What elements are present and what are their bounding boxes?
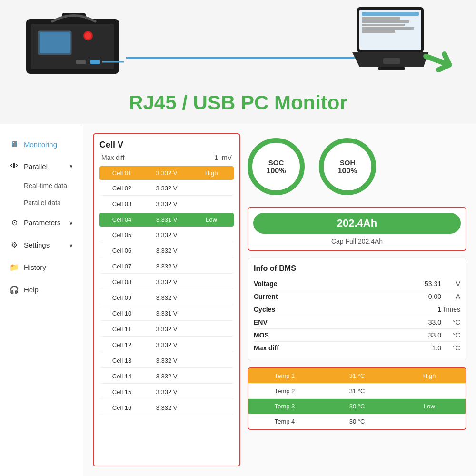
sidebar-label-settings: Settings bbox=[24, 241, 50, 249]
bms-row-unit: °C bbox=[441, 344, 460, 352]
bms-row-unit: °C bbox=[441, 331, 460, 339]
cell-status bbox=[189, 401, 234, 415]
cell-voltage: 3.332 V bbox=[144, 259, 189, 273]
svg-rect-4 bbox=[40, 32, 70, 53]
cell-row: Cell 133.332 V bbox=[99, 354, 234, 368]
cell-name: Cell 09 bbox=[99, 291, 144, 305]
sidebar-item-monitoring[interactable]: 🖥 Monitoring bbox=[0, 133, 83, 155]
svg-rect-18 bbox=[378, 67, 405, 70]
sidebar-item-paralleldata[interactable]: Parallel data bbox=[10, 194, 83, 211]
sidebar: 🖥 Monitoring 👁 Parallel ∧ Real-time data… bbox=[0, 124, 83, 476]
bms-row-label: Cycles bbox=[254, 306, 417, 313]
cell-status bbox=[189, 354, 234, 367]
capacity-bar: 202.4Ah bbox=[253, 213, 461, 234]
cell-maxdiff-row: Max diff 1 mV bbox=[99, 154, 234, 161]
sidebar-item-help[interactable]: 🎧 Help bbox=[0, 278, 83, 301]
bms-row: ENV33.0°C bbox=[254, 316, 460, 329]
bms-row-value: 33.0 bbox=[417, 331, 441, 339]
bms-row-label: ENV bbox=[254, 318, 417, 326]
cell-voltage: 3.332 V bbox=[144, 291, 189, 305]
bms-row-value: 53.31 bbox=[417, 280, 441, 288]
bms-row-value: 0.00 bbox=[417, 293, 441, 300]
chevron-down-settings-icon: ∨ bbox=[69, 242, 73, 248]
sidebar-item-parameters[interactable]: ⊙ Parameters ∨ bbox=[0, 211, 83, 234]
bms-row-value: 33.0 bbox=[417, 318, 441, 326]
cell-name: Cell 07 bbox=[99, 259, 144, 273]
cell-row: Cell 153.332 V bbox=[99, 385, 234, 399]
cell-name: Cell 14 bbox=[99, 369, 144, 383]
cell-name: Cell 03 bbox=[99, 197, 144, 211]
temp-row: Temp 231 °C bbox=[248, 384, 466, 399]
svg-rect-12 bbox=[362, 12, 419, 16]
svg-rect-19 bbox=[383, 58, 400, 64]
temp-status bbox=[393, 414, 466, 429]
cell-voltage: 3.332 V bbox=[144, 228, 189, 242]
sidebar-item-settings[interactable]: ⚙ Settings ∨ bbox=[0, 234, 83, 256]
cell-voltage: 3.331 V bbox=[144, 213, 189, 227]
cell-row: Cell 063.332 V bbox=[99, 244, 234, 258]
sidebar-label-history: History bbox=[24, 263, 46, 271]
temp-row: Temp 430 °C bbox=[248, 414, 466, 429]
cell-status: Low bbox=[189, 213, 234, 227]
bms-row-value: 1 bbox=[417, 306, 441, 313]
cell-panel: Cell V Max diff 1 mV Cell 013.332 VHighC… bbox=[93, 133, 240, 466]
sidebar-label-monitoring: Monitoring bbox=[24, 140, 57, 149]
cell-maxdiff-value: 1 bbox=[214, 154, 218, 161]
sidebar-label-parallel: Parallel bbox=[24, 162, 48, 170]
cell-row: Cell 093.332 V bbox=[99, 291, 234, 305]
sidebar-item-parallel[interactable]: 👁 Parallel ∧ bbox=[0, 155, 83, 177]
cell-status bbox=[189, 338, 234, 352]
bms-row-unit: V bbox=[441, 280, 460, 288]
temp-status bbox=[393, 384, 466, 398]
cell-voltage: 3.331 V bbox=[144, 307, 189, 320]
cell-voltage: 3.332 V bbox=[144, 197, 189, 211]
temp-name: Temp 3 bbox=[248, 399, 321, 414]
svg-rect-7 bbox=[76, 60, 86, 64]
soh-gauge: SOH 100% bbox=[319, 138, 376, 195]
svg-rect-8 bbox=[90, 60, 100, 64]
temp-value: 31 °C bbox=[321, 368, 393, 383]
sidebar-item-realtime[interactable]: Real-time data bbox=[10, 177, 83, 194]
sidebar-label-help: Help bbox=[24, 286, 39, 294]
bms-row-label: Voltage bbox=[254, 280, 417, 288]
cell-status bbox=[189, 181, 234, 195]
temp-status: Low bbox=[393, 399, 466, 414]
chevron-up-icon: ∧ bbox=[69, 163, 73, 169]
cell-name: Cell 05 bbox=[99, 228, 144, 242]
cell-status bbox=[189, 197, 234, 211]
cell-voltage: 3.332 V bbox=[144, 338, 189, 352]
sidebar-item-history[interactable]: 📁 History bbox=[0, 256, 83, 278]
temp-status: High bbox=[393, 368, 466, 383]
cell-panel-title: Cell V bbox=[99, 140, 234, 150]
cell-row: Cell 163.332 V bbox=[99, 401, 234, 415]
cell-voltage: 3.332 V bbox=[144, 354, 189, 367]
bms-row-label: MOS bbox=[254, 331, 417, 339]
cell-row: Cell 013.332 VHigh bbox=[99, 166, 234, 180]
cell-maxdiff-label: Max diff bbox=[101, 154, 125, 161]
cell-row: Cell 043.331 VLow bbox=[99, 213, 234, 227]
bms-title: Info of BMS bbox=[254, 264, 460, 273]
main-panel: Cell V Max diff 1 mV Cell 013.332 VHighC… bbox=[83, 124, 476, 476]
temp-value: 31 °C bbox=[321, 384, 393, 398]
battery-image bbox=[24, 5, 124, 79]
cell-status bbox=[189, 385, 234, 399]
bms-row-label: Max diff bbox=[254, 344, 417, 352]
connection-line bbox=[126, 57, 355, 59]
temp-row: Temp 330 °CLow bbox=[248, 399, 466, 414]
bms-row: Cycles1Times bbox=[254, 303, 460, 316]
folder-icon: 📁 bbox=[10, 263, 19, 272]
cell-name: Cell 02 bbox=[99, 181, 144, 195]
sidebar-label-parameters: Parameters bbox=[24, 218, 61, 227]
bms-row: Voltage53.31V bbox=[254, 278, 460, 290]
cell-row: Cell 103.331 V bbox=[99, 307, 234, 321]
cell-voltage: 3.332 V bbox=[144, 385, 189, 399]
cell-name: Cell 16 bbox=[99, 401, 144, 415]
chevron-down-icon: ∨ bbox=[69, 219, 73, 226]
monitor-icon: 🖥 bbox=[10, 140, 19, 149]
temp-value: 30 °C bbox=[321, 399, 393, 414]
bms-row: MOS33.0°C bbox=[254, 329, 460, 342]
bms-row-unit: Times bbox=[441, 306, 460, 313]
cell-rows-container: Cell 013.332 VHighCell 023.332 VCell 033… bbox=[99, 166, 234, 415]
cell-name: Cell 13 bbox=[99, 354, 144, 367]
cell-row: Cell 083.332 V bbox=[99, 275, 234, 289]
